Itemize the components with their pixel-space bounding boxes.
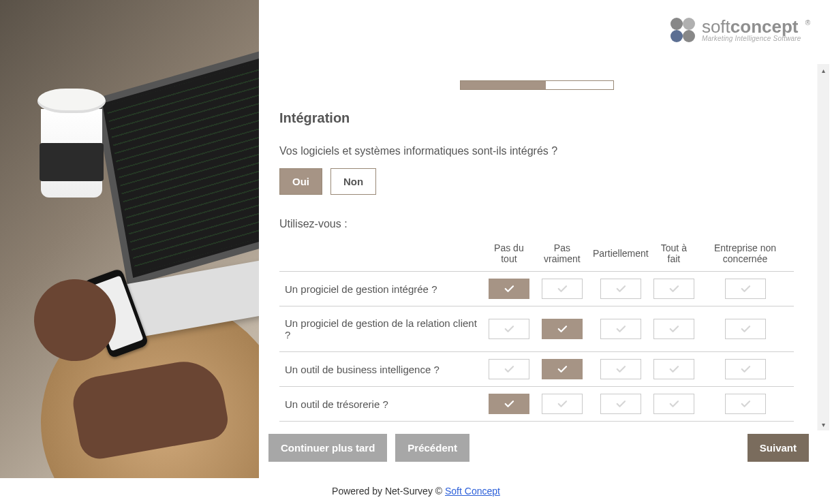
section-title: Intégration: [279, 110, 794, 126]
footer-text: Powered by Net-Survey ©: [332, 486, 442, 497]
col-header: Partiellement: [590, 237, 651, 272]
matrix-option[interactable]: [725, 394, 766, 414]
progress-fill: [461, 81, 546, 89]
matrix-option[interactable]: [725, 279, 766, 299]
brand-logo: softconcept Marketing Intelligence Softw…: [671, 16, 810, 44]
col-header: Pas du tout: [484, 237, 534, 272]
col-header: Pas vraiment: [534, 237, 590, 272]
row-label: Un outil de trésorerie ?: [279, 387, 484, 422]
matrix-option[interactable]: [600, 394, 641, 414]
logo-icon: [671, 16, 698, 44]
matrix-option[interactable]: [600, 359, 641, 379]
option-yes[interactable]: Oui: [279, 168, 322, 195]
row-label: Un progiciel de gestion de la relation c…: [279, 306, 484, 352]
matrix-option[interactable]: [542, 359, 583, 379]
chevron-up-icon[interactable]: ▴: [818, 64, 829, 76]
scrollbar[interactable]: ▴ ▾: [817, 64, 829, 430]
matrix-option[interactable]: [653, 319, 694, 339]
chevron-down-icon[interactable]: ▾: [818, 418, 829, 430]
matrix-option[interactable]: [489, 394, 529, 414]
nav-bar: Continuer plus tard Précédent Suivant: [259, 424, 832, 478]
matrix-option[interactable]: [653, 394, 694, 414]
matrix-option[interactable]: [725, 319, 766, 339]
row-label: Un progiciel de gestion intégrée ?: [279, 272, 484, 306]
matrix-option[interactable]: [489, 359, 529, 379]
matrix-option[interactable]: [542, 279, 583, 299]
matrix-table: Pas du tout Pas vraiment Partiellement T…: [279, 237, 794, 422]
yes-no-group: Oui Non: [279, 168, 794, 195]
continue-later-button[interactable]: Continuer plus tard: [268, 434, 387, 462]
matrix-option[interactable]: [542, 394, 583, 414]
progress-bar: [460, 80, 614, 90]
option-no[interactable]: Non: [330, 168, 376, 195]
col-header: Entreprise non concernée: [696, 237, 794, 272]
survey-body: Intégration Vos logiciels et systèmes in…: [259, 80, 832, 424]
previous-button[interactable]: Précédent: [395, 434, 469, 462]
matrix-option[interactable]: [653, 279, 694, 299]
question-1-text: Vos logiciels et systèmes informatiques …: [279, 145, 794, 157]
footer: Powered by Net-Survey © Soft Concept: [0, 478, 832, 504]
matrix-option[interactable]: [600, 279, 641, 299]
next-button[interactable]: Suivant: [748, 434, 809, 462]
matrix-option[interactable]: [489, 319, 529, 339]
matrix-option[interactable]: [600, 319, 641, 339]
matrix-option[interactable]: [653, 359, 694, 379]
row-label: Un outil de business intelligence ?: [279, 352, 484, 387]
matrix-option[interactable]: [542, 319, 583, 339]
matrix-option[interactable]: [489, 279, 529, 299]
matrix-option[interactable]: [725, 359, 766, 379]
footer-link[interactable]: Soft Concept: [445, 486, 500, 497]
col-header: Tout à fait: [651, 237, 696, 272]
hero-image: [0, 0, 259, 478]
question-2-intro: Utilisez-vous :: [279, 218, 794, 230]
